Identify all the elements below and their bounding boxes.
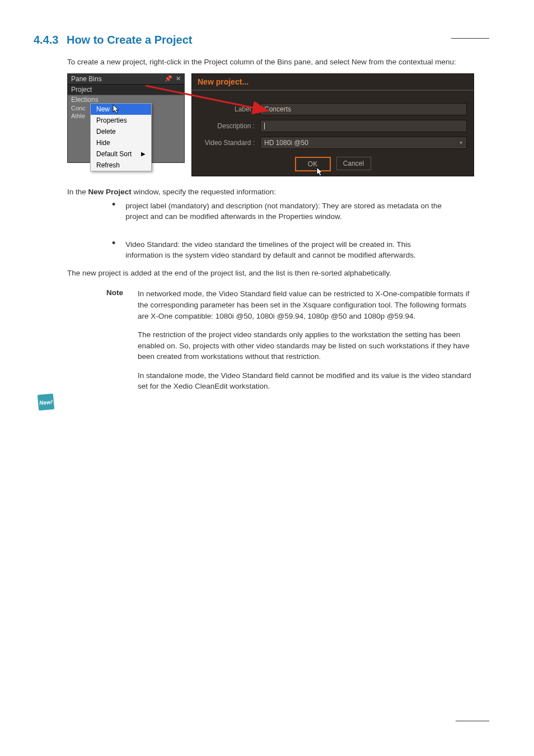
dialog-title: New project... xyxy=(192,74,474,90)
post-list-text: The new project is added at the end of t… xyxy=(67,268,500,279)
bullet-list: • project label (mandatory) and descript… xyxy=(112,200,500,261)
step-2-windowref: New Project xyxy=(88,188,132,196)
context-item-label: New xyxy=(96,105,110,113)
bullet-icon: • xyxy=(112,200,115,222)
label-value: Concerts xyxy=(264,105,291,113)
bullet-text: Video Standard: the video standard the t… xyxy=(125,239,450,261)
dropdown-caret-icon[interactable]: ▾ xyxy=(457,139,465,147)
project-column-header[interactable]: Project xyxy=(68,84,184,95)
bullet-icon: • xyxy=(112,239,115,261)
note-label: Note xyxy=(106,288,129,400)
section-heading: 4.4.3 How to Create a Project xyxy=(34,34,500,46)
step-2-lead: In the xyxy=(67,188,88,196)
context-item-label: Refresh xyxy=(96,161,120,169)
step-2-text: In the New Project window, specify the r… xyxy=(67,188,500,196)
context-menu-item-hide[interactable]: Hide xyxy=(91,137,151,148)
context-menu-item-delete[interactable]: Delete xyxy=(91,126,151,137)
ok-button[interactable]: OK xyxy=(295,157,331,171)
pane-bins-panel: Pane Bins 📌 ✕ Project Elections Conc Ath… xyxy=(67,73,185,163)
section-title: How to Create a Project xyxy=(67,34,193,46)
context-item-label: Properties xyxy=(96,116,127,124)
label-input[interactable]: Concerts xyxy=(260,103,467,115)
bullet-text: project label (mandatory) and descriptio… xyxy=(125,200,450,222)
label-label: Label : xyxy=(199,105,260,113)
project-list[interactable]: Elections Conc Athle New Properties Dele… xyxy=(68,95,184,162)
header-underline xyxy=(451,38,489,39)
note-paragraph: The restriction of the project video sta… xyxy=(138,329,474,362)
new-project-dialog: New project... Label : Concerts Descript… xyxy=(191,73,474,176)
pane-bins-title-text: Pane Bins xyxy=(71,75,102,83)
step-2-after: window, specify the requested informatio… xyxy=(134,188,276,196)
pane-bins-titlebar: Pane Bins 📌 ✕ xyxy=(68,74,184,84)
new-badge: New! xyxy=(38,394,54,410)
footer-rule xyxy=(456,720,489,721)
description-label: Description : xyxy=(199,122,260,130)
context-item-label: Default Sort xyxy=(96,150,132,158)
context-item-label: Delete xyxy=(96,128,116,136)
figure-row: Pane Bins 📌 ✕ Project Elections Conc Ath… xyxy=(67,73,500,176)
note-block: Note In networked mode, the Video Standa… xyxy=(106,288,500,400)
video-standard-dropdown[interactable]: HD 1080i @50 ▾ xyxy=(260,137,467,149)
close-icon[interactable]: ✕ xyxy=(176,75,181,82)
video-standard-value: HD 1080i @50 xyxy=(264,139,308,147)
pin-icon[interactable]: 📌 xyxy=(165,75,172,82)
intro-text: To create a new project, right-click in … xyxy=(67,57,470,68)
note-paragraph: In standalone mode, the Video Standard f… xyxy=(138,370,474,392)
context-menu-item-default-sort[interactable]: Default Sort ▶ xyxy=(91,148,151,160)
context-item-label: Hide xyxy=(96,139,110,147)
text-caret-icon xyxy=(264,123,265,129)
page-footer xyxy=(34,720,489,722)
note-body: In networked mode, the Video Standard fi… xyxy=(138,288,474,400)
video-standard-label: Video Standard : xyxy=(199,139,260,147)
context-menu-item-properties[interactable]: Properties xyxy=(91,115,151,126)
cancel-button[interactable]: Cancel xyxy=(336,157,371,170)
context-menu: New Properties Delete Hide Default Sort … xyxy=(90,103,152,171)
submenu-arrow-icon: ▶ xyxy=(141,151,146,157)
note-paragraph: In networked mode, the Video Standard fi… xyxy=(138,288,474,321)
section-number: 4.4.3 xyxy=(34,34,58,46)
description-input[interactable] xyxy=(260,120,467,132)
context-menu-item-refresh[interactable]: Refresh xyxy=(91,160,151,171)
context-menu-item-new[interactable]: New xyxy=(91,104,151,115)
